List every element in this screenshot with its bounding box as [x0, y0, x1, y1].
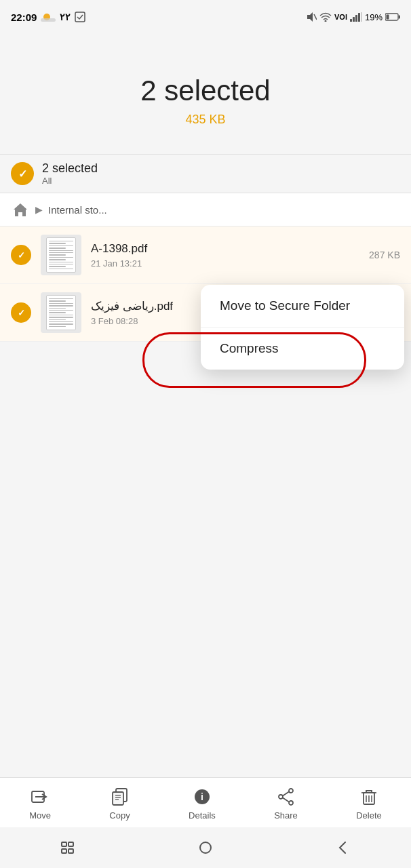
- context-menu: Move to Secure Folder Compress: [201, 285, 404, 370]
- file-thumbnail-2: [41, 292, 81, 333]
- copy-label: Copy: [109, 810, 130, 821]
- svg-line-4: [314, 14, 317, 20]
- svg-rect-7: [353, 17, 355, 22]
- svg-rect-12: [399, 16, 401, 19]
- share-button[interactable]: Share: [274, 787, 298, 821]
- svg-rect-6: [350, 19, 352, 22]
- compress-option[interactable]: Compress: [201, 328, 404, 370]
- breadcrumb-path[interactable]: Internal sto...: [48, 204, 107, 216]
- toolbar-selected-count: 2 selected: [42, 161, 98, 176]
- toolbar-all-label: All: [42, 176, 98, 186]
- svg-rect-36: [68, 849, 73, 853]
- select-all-checkbox[interactable]: [11, 162, 34, 185]
- move-to-secure-folder-option[interactable]: Move to Secure Folder: [201, 285, 404, 328]
- status-bar: 22:09 ۲۲ VOl 19%: [0, 0, 411, 34]
- svg-rect-8: [355, 15, 357, 22]
- selection-header: 2 selected 435 KB: [0, 34, 411, 154]
- move-label: Move: [29, 810, 51, 821]
- check-icon: [18, 307, 25, 319]
- svg-rect-35: [62, 849, 66, 853]
- svg-point-23: [289, 789, 293, 793]
- svg-rect-2: [75, 12, 85, 22]
- file-info-1: A-1398.pdf 21 Jan 13:21: [91, 242, 359, 269]
- check-icon: [18, 249, 25, 261]
- svg-line-26: [283, 792, 289, 796]
- weather-icon: [41, 11, 56, 23]
- time-display: 22:09: [11, 12, 37, 23]
- mute-icon: [306, 12, 317, 22]
- battery-percent: 19%: [365, 12, 383, 22]
- svg-rect-1: [41, 18, 56, 22]
- svg-point-5: [325, 20, 327, 22]
- nav-menu-button[interactable]: [55, 834, 82, 861]
- svg-marker-3: [307, 12, 313, 22]
- svg-point-25: [279, 795, 283, 799]
- copy-icon: [111, 787, 130, 806]
- battery-icon: [385, 13, 400, 21]
- signal-icon: [350, 12, 362, 22]
- delete-icon: [359, 787, 378, 806]
- svg-rect-33: [62, 842, 66, 846]
- svg-rect-9: [358, 13, 360, 22]
- move-button[interactable]: Move: [29, 787, 51, 821]
- info-icon: i: [193, 787, 212, 806]
- share-label: Share: [274, 810, 298, 821]
- svg-rect-17: [113, 792, 123, 805]
- svg-point-24: [289, 801, 293, 805]
- date-icon: ۲۲: [60, 12, 71, 22]
- file-size-1: 287 KB: [369, 250, 400, 260]
- list-item[interactable]: A-1398.pdf 21 Jan 13:21 287 KB: [0, 226, 411, 284]
- svg-rect-13: [387, 15, 389, 20]
- svg-rect-37: [200, 842, 211, 853]
- nav-home-button[interactable]: [192, 834, 219, 861]
- wifi-icon: [319, 12, 332, 22]
- nav-back-button[interactable]: [329, 834, 356, 861]
- bottom-toolbar: Move Copy i Details: [0, 777, 411, 827]
- copy-button[interactable]: Copy: [109, 787, 130, 821]
- details-button[interactable]: i Details: [189, 787, 216, 821]
- status-right: VOl 19%: [306, 12, 400, 22]
- check-icon: [18, 167, 27, 180]
- home-icon[interactable]: [11, 200, 30, 219]
- file-checkbox-2[interactable]: [11, 302, 31, 323]
- svg-rect-34: [68, 842, 73, 846]
- status-left: 22:09 ۲۲: [11, 11, 85, 23]
- file-checkbox-1[interactable]: [11, 245, 31, 265]
- svg-line-27: [283, 798, 289, 802]
- file-date-1: 21 Jan 13:21: [91, 258, 359, 269]
- selection-size: 435 KB: [14, 113, 397, 127]
- svg-rect-10: [361, 12, 362, 22]
- delete-label: Delete: [356, 810, 382, 821]
- svg-text:i: i: [201, 791, 203, 802]
- details-label: Details: [189, 810, 216, 821]
- delete-button[interactable]: Delete: [356, 787, 382, 821]
- file-thumbnail-1: [41, 235, 81, 275]
- file-name-1: A-1398.pdf: [91, 242, 359, 256]
- network-label: VOl: [334, 13, 347, 21]
- move-icon: [31, 787, 50, 806]
- breadcrumb-arrow: ▶: [35, 204, 43, 215]
- selection-title: 2 selected: [14, 75, 397, 107]
- navigation-bar: [0, 827, 411, 868]
- screenshot-icon: [75, 12, 85, 22]
- breadcrumb: ▶ Internal sto...: [0, 193, 411, 226]
- share-icon: [277, 787, 296, 806]
- selection-toolbar: 2 selected All: [0, 154, 411, 193]
